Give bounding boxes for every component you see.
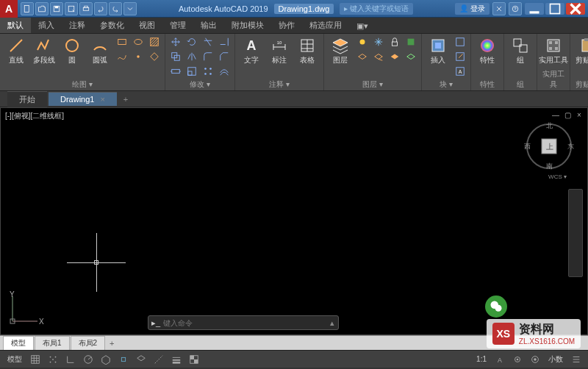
status-osnap-icon[interactable] [116, 353, 131, 366]
qat-new-icon[interactable] [21, 2, 34, 15]
app-logo[interactable]: A [0, 0, 18, 18]
panel-annotate-title[interactable]: 注释 ▾ [238, 79, 320, 90]
tab-output[interactable]: 输出 [193, 18, 224, 33]
signin-button[interactable]: 👤 登录 [455, 3, 490, 15]
qat-open-icon[interactable] [35, 2, 49, 15]
qat-save-icon[interactable] [50, 2, 63, 15]
command-icon[interactable]: ▸_ [148, 318, 163, 328]
status-model[interactable]: 模型 [4, 354, 25, 365]
dimension-button[interactable]: 10标注 [266, 35, 293, 67]
point-icon[interactable] [131, 50, 146, 63]
layer-freeze-icon[interactable] [371, 35, 386, 49]
array-icon[interactable] [201, 65, 215, 78]
move-icon[interactable] [168, 35, 183, 49]
fillet-icon[interactable] [201, 50, 215, 63]
layer-more-icon[interactable] [404, 50, 418, 63]
region-icon[interactable] [147, 50, 162, 63]
status-anno-icon[interactable]: A [492, 353, 507, 366]
file-tab-drawing1[interactable]: Drawing1× [49, 92, 117, 106]
navigation-bar[interactable] [568, 189, 583, 277]
panel-draw-title[interactable]: 绘图 ▾ [3, 79, 162, 90]
line-button[interactable]: 直线 [3, 35, 29, 67]
close-button[interactable] [566, 3, 585, 15]
command-input[interactable] [163, 319, 326, 327]
tab-manage[interactable]: 管理 [162, 18, 193, 33]
rect-icon[interactable] [115, 35, 129, 49]
layer-properties-button[interactable]: 图层 [327, 35, 354, 67]
tab-expand-icon[interactable]: ▣▾ [349, 19, 376, 33]
status-snap-icon[interactable] [46, 353, 60, 366]
file-tab-add-icon[interactable]: + [118, 93, 133, 106]
status-otrack-icon[interactable] [151, 353, 166, 366]
status-polar-icon[interactable] [81, 353, 96, 366]
viewcube[interactable]: 上 北 南 西 东 WCS ▾ [526, 123, 573, 170]
status-gear-icon[interactable] [510, 353, 525, 366]
layout-tab-layout1[interactable]: 布局1 [35, 336, 70, 350]
tab-collab[interactable]: 协作 [271, 18, 302, 33]
vp-maximize-icon[interactable]: ▢ [562, 110, 573, 120]
scale-icon[interactable] [184, 65, 199, 78]
minimize-button[interactable] [525, 3, 544, 15]
tab-addins[interactable]: 附加模块 [224, 18, 271, 33]
status-scale[interactable]: 1:1 [473, 355, 490, 363]
tab-insert[interactable]: 插入 [31, 18, 62, 33]
extend-icon[interactable] [217, 35, 232, 49]
command-history-icon[interactable]: ▴ [326, 318, 338, 328]
chamfer-icon[interactable] [217, 50, 232, 63]
arc-button[interactable]: 圆弧 [87, 35, 113, 67]
status-transparency-icon[interactable] [187, 353, 201, 366]
mirror-icon[interactable] [184, 50, 199, 63]
title-search[interactable]: ▸ 键入关键字或短语 [340, 3, 413, 15]
edit-block-icon[interactable] [453, 50, 467, 63]
edit-attr-icon[interactable]: A [453, 65, 467, 78]
layer-color-icon[interactable] [404, 35, 418, 49]
tab-default[interactable]: 默认 [0, 18, 31, 33]
copy-icon[interactable] [168, 50, 183, 63]
status-lwt-icon[interactable] [169, 353, 184, 366]
layer-prev-icon[interactable] [371, 50, 386, 63]
qat-plot-icon[interactable] [79, 2, 93, 15]
maximize-button[interactable] [545, 3, 564, 15]
qat-redo-icon[interactable] [109, 2, 122, 15]
circle-button[interactable]: 圆 [59, 35, 85, 67]
clipboard-button[interactable]: 剪贴板 [573, 35, 588, 67]
status-workspace-icon[interactable] [528, 353, 542, 366]
command-line[interactable]: ▸_ ▴ [148, 315, 339, 330]
panel-layers-title[interactable]: 图层 ▾ [327, 79, 418, 90]
status-units[interactable]: 小数 [545, 354, 566, 365]
ucs-icon[interactable]: Y X [7, 290, 43, 329]
table-button[interactable]: 表格 [294, 35, 320, 67]
panel-block-title[interactable]: 块 ▾ [425, 79, 467, 90]
trim-icon[interactable] [201, 35, 215, 49]
properties-button[interactable]: 特性 [474, 35, 501, 67]
panel-modify-title[interactable]: 修改 ▾ [168, 79, 232, 90]
qat-undo-icon[interactable] [94, 2, 107, 15]
tab-view[interactable]: 视图 [132, 18, 162, 33]
layer-match-icon[interactable] [355, 50, 370, 63]
group-button[interactable]: 组 [507, 35, 534, 67]
help-icon[interactable]: ? [509, 2, 522, 15]
stretch-icon[interactable] [168, 65, 183, 78]
status-customize-icon[interactable] [569, 353, 584, 366]
spline-icon[interactable] [115, 50, 129, 63]
tab-featured[interactable]: 精选应用 [302, 18, 349, 33]
layer-off-icon[interactable] [355, 35, 370, 49]
layer-lock-icon[interactable] [387, 35, 402, 49]
status-grid-icon[interactable] [28, 353, 43, 366]
utilities-button[interactable]: 实用工具 [540, 35, 567, 67]
tab-parametric[interactable]: 参数化 [93, 18, 132, 33]
viewport-label[interactable]: [-][俯视][二维线框] [5, 111, 64, 121]
rotate-icon[interactable] [184, 35, 199, 49]
file-tab-start[interactable]: 开始 [7, 91, 47, 107]
polyline-button[interactable]: 多段线 [31, 35, 57, 67]
layer-iso-icon[interactable] [387, 50, 402, 63]
layout-tab-add-icon[interactable]: + [106, 339, 118, 348]
tab-annotate[interactable]: 注释 [62, 18, 93, 33]
qat-dropdown-icon[interactable] [123, 2, 137, 15]
file-tab-close-icon[interactable]: × [100, 95, 104, 104]
create-block-icon[interactable] [453, 35, 467, 49]
qat-saveas-icon[interactable] [65, 2, 78, 15]
layout-tab-layout2[interactable]: 布局2 [71, 336, 106, 350]
hatch-icon[interactable] [147, 35, 162, 49]
status-isodraft-icon[interactable] [98, 353, 113, 366]
